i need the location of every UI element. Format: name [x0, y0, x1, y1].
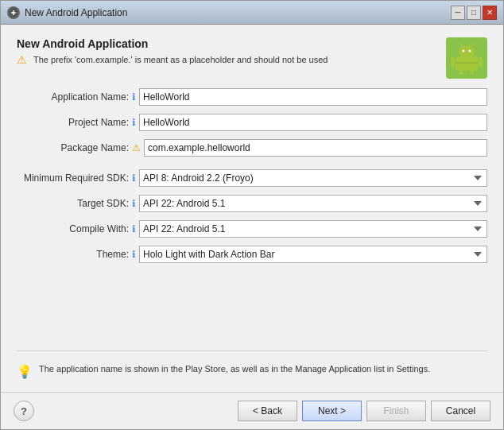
svg-point-5 [463, 50, 465, 52]
project-name-label: Project Name: [17, 117, 132, 128]
bulb-icon: 💡 [17, 364, 33, 379]
application-name-label: Application Name: [17, 91, 132, 103]
application-name-info-icon[interactable]: ℹ [132, 91, 136, 103]
info-footer: 💡 The application name is shown in the P… [17, 359, 487, 384]
page-title: New Android Application [17, 37, 328, 50]
project-name-row: Project Name: ℹ [17, 114, 487, 131]
maximize-button[interactable]: □ [467, 6, 481, 20]
android-logo [446, 37, 487, 79]
header-text-area: New Android Application ⚠ The prefix 'co… [17, 37, 328, 82]
svg-rect-11 [459, 70, 463, 75]
target-sdk-select[interactable]: API 22: Android 5.1 API 21: Android 5.0 [139, 195, 487, 212]
bottom-left: ? [14, 401, 34, 421]
svg-point-6 [469, 50, 471, 52]
svg-point-4 [459, 45, 475, 58]
svg-rect-9 [451, 57, 455, 67]
warning-icon: ⚠ [17, 53, 27, 66]
target-sdk-info-icon[interactable]: ℹ [132, 198, 136, 209]
title-bar-left: New Android Application [7, 6, 127, 19]
bottom-buttons: < Back Next > Finish Cancel [238, 401, 490, 421]
back-button[interactable]: < Back [238, 401, 297, 421]
warning-text: The prefix 'com.example.' is meant as a … [33, 55, 328, 64]
target-sdk-row: Target SDK: ℹ API 22: Android 5.1 API 21… [17, 195, 487, 212]
page-header: New Android Application ⚠ The prefix 'co… [17, 37, 487, 82]
svg-line-7 [459, 43, 462, 46]
project-name-info-icon[interactable]: ℹ [132, 117, 136, 128]
main-content: New Android Application ⚠ The prefix 'co… [1, 25, 503, 392]
warning-box: ⚠ The prefix 'com.example.' is meant as … [17, 50, 328, 69]
svg-rect-3 [456, 56, 478, 71]
close-button[interactable]: ✕ [483, 6, 497, 20]
footer-info-text: The application name is shown in the Pla… [39, 364, 430, 374]
application-window: New Android Application ─ □ ✕ New Androi… [0, 0, 504, 430]
title-bar: New Android Application ─ □ ✕ [1, 1, 503, 25]
package-name-info-icon[interactable]: ⚠ [132, 142, 141, 153]
window-controls: ─ □ ✕ [451, 6, 497, 20]
min-sdk-row: Minimum Required SDK: ℹ API 8: Android 2… [17, 169, 487, 187]
svg-rect-12 [470, 70, 474, 75]
project-name-input[interactable] [139, 114, 487, 131]
compile-with-select[interactable]: API 22: Android 5.1 API 21: Android 5.0 [139, 220, 487, 238]
theme-row: Theme: ℹ Holo Light with Dark Action Bar… [17, 246, 487, 263]
min-sdk-label: Minimum Required SDK: [17, 172, 132, 184]
compile-with-label: Compile With: [17, 223, 132, 234]
theme-info-icon[interactable]: ℹ [132, 249, 136, 260]
divider [17, 351, 487, 351]
cancel-button[interactable]: Cancel [431, 401, 490, 421]
application-name-row: Application Name: ℹ [17, 88, 487, 106]
svg-rect-10 [479, 57, 483, 67]
bottom-bar: ? < Back Next > Finish Cancel [1, 392, 503, 429]
next-button[interactable]: Next > [302, 401, 362, 421]
help-button[interactable]: ? [14, 401, 34, 421]
theme-label: Theme: [17, 249, 132, 260]
theme-select[interactable]: Holo Light with Dark Action Bar Holo Lig… [139, 246, 487, 263]
min-sdk-select[interactable]: API 8: Android 2.2 (Froyo) API 7: Androi… [139, 169, 487, 187]
compile-with-info-icon[interactable]: ℹ [132, 223, 136, 234]
application-name-input[interactable] [139, 88, 487, 106]
package-name-label: Package Name: [17, 142, 132, 153]
window-title: New Android Application [25, 7, 127, 18]
package-name-input[interactable] [144, 139, 487, 157]
min-sdk-info-icon[interactable]: ℹ [132, 172, 136, 184]
package-name-row: Package Name: ⚠ [17, 139, 487, 157]
finish-button[interactable]: Finish [366, 401, 426, 421]
svg-line-8 [471, 43, 474, 46]
form-area: Application Name: ℹ Project Name: ℹ Pack… [17, 88, 487, 343]
app-icon [7, 6, 20, 19]
compile-with-row: Compile With: ℹ API 22: Android 5.1 API … [17, 220, 487, 238]
target-sdk-label: Target SDK: [17, 198, 132, 209]
minimize-button[interactable]: ─ [451, 6, 465, 20]
